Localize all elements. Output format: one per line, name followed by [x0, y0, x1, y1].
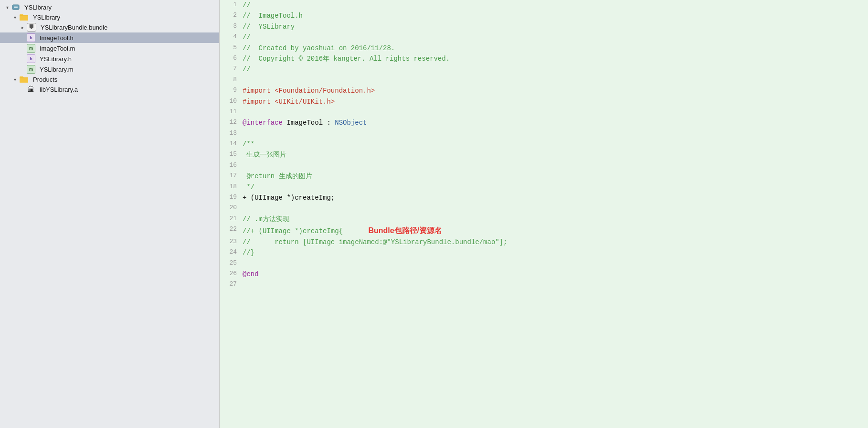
- sidebar-item-yslibrary-m[interactable]: mYSLibrary.m: [0, 64, 219, 75]
- line-number-21: 21: [220, 214, 243, 225]
- line-content-13: [243, 128, 868, 139]
- sidebar-item-lib[interactable]: 🏛libYSLibrary.a: [0, 84, 219, 95]
- line-number-9: 9: [220, 86, 243, 96]
- file-icon-folder-yslibrary: [19, 13, 29, 21]
- file-icon-folder-products: [19, 75, 29, 83]
- line-content-19: + (UIImage *)createImg;: [243, 193, 868, 203]
- line-number-15: 15: [220, 150, 243, 160]
- token: //}: [243, 249, 254, 257]
- file-label-bundle: YSLibraryBundle.bundle: [41, 24, 107, 31]
- token: // Created by yaoshuai on 2016/11/28.: [243, 44, 395, 52]
- code-line-21: 21// .m方法实现: [220, 214, 868, 225]
- sidebar-item-imagetool-m[interactable]: mImageTool.m: [0, 43, 219, 54]
- tree-arrow-folder-products[interactable]: [11, 77, 18, 82]
- code-line-17: 17 @return 生成的图片: [220, 171, 868, 182]
- file-label-folder-yslibrary: YSLibrary: [33, 14, 60, 21]
- file-icon-yslibrary-h: h: [27, 54, 35, 63]
- code-line-22: 22//+ (UIImage *)createImg{ Bundle包路径/资源…: [220, 225, 868, 237]
- line-content-4: //: [243, 32, 868, 43]
- line-content-9: #import <Foundation/Foundation.h>: [243, 86, 868, 96]
- line-number-11: 11: [220, 107, 243, 118]
- code-line-10: 10#import <UIKit/UIKit.h>: [220, 96, 868, 107]
- line-number-12: 12: [220, 118, 243, 128]
- token: // YSLibrary: [243, 23, 295, 31]
- code-line-24: 24//}: [220, 247, 868, 258]
- token: /**: [243, 140, 254, 148]
- file-tree: YSLibraryYSLibrary⛊YSLibraryBundle.bundl…: [0, 0, 220, 428]
- line-content-18: */: [243, 182, 868, 193]
- file-label-lib: libYSLibrary.a: [40, 86, 78, 93]
- file-label-root: YSLibrary: [24, 4, 52, 11]
- line-content-7: //: [243, 64, 868, 75]
- sidebar-item-imagetool-h[interactable]: hImageTool.h: [0, 32, 219, 43]
- code-line-19: 19+ (UIImage *)createImg;: [220, 193, 868, 203]
- token: // ImageTool.h: [243, 12, 303, 20]
- line-content-3: // YSLibrary: [243, 21, 868, 32]
- token: @end: [243, 270, 259, 278]
- token: @interface: [243, 119, 283, 127]
- line-number-3: 3: [220, 21, 243, 32]
- token: //: [243, 65, 251, 73]
- code-line-23: 23// return [UIImage imageNamed:@"YSLibr…: [220, 237, 868, 247]
- code-line-26: 26@end: [220, 269, 868, 279]
- file-label-yslibrary-m: YSLibrary.m: [40, 66, 74, 73]
- code-line-14: 14/**: [220, 139, 868, 150]
- token: NSObject: [335, 119, 367, 127]
- line-content-21: // .m方法实现: [243, 214, 868, 225]
- line-content-1: //: [243, 0, 868, 11]
- line-content-11: [243, 107, 868, 118]
- line-number-26: 26: [220, 269, 243, 279]
- token: // .m方法实现: [243, 215, 289, 223]
- line-content-8: [243, 75, 868, 86]
- sidebar-item-bundle[interactable]: ⛊YSLibraryBundle.bundle: [0, 22, 219, 32]
- token: ImageTool :: [283, 119, 335, 127]
- code-line-13: 13: [220, 128, 868, 139]
- token: #import <UIKit/UIKit.h>: [243, 98, 335, 106]
- sidebar-item-yslibrary-h[interactable]: hYSLibrary.h: [0, 54, 219, 64]
- line-number-4: 4: [220, 32, 243, 43]
- line-content-22: //+ (UIImage *)createImg{ Bundle包路径/资源名: [243, 225, 868, 237]
- code-line-7: 7//: [220, 64, 868, 75]
- token: // Copyright © 2016年 kangter. All rights…: [243, 55, 450, 63]
- line-content-26: @end: [243, 269, 868, 279]
- line-content-23: // return [UIImage imageNamed:@"YSLibrar…: [243, 237, 868, 247]
- file-label-yslibrary-h: YSLibrary.h: [40, 55, 72, 63]
- code-line-4: 4//: [220, 32, 868, 43]
- line-content-14: /**: [243, 139, 868, 150]
- line-content-2: // ImageTool.h: [243, 11, 868, 21]
- line-content-6: // Copyright © 2016年 kangter. All rights…: [243, 54, 868, 64]
- tree-arrow-root[interactable]: [4, 5, 11, 10]
- code-line-3: 3// YSLibrary: [220, 21, 868, 32]
- line-number-13: 13: [220, 128, 243, 139]
- code-line-18: 18 */: [220, 182, 868, 193]
- code-line-8: 8: [220, 75, 868, 86]
- sidebar-item-folder-products[interactable]: Products: [0, 75, 219, 84]
- line-number-17: 17: [220, 171, 243, 182]
- code-line-27: 27: [220, 279, 868, 290]
- token: //+ (UIImage *)createImg{: [243, 227, 343, 235]
- code-table: 1//2// ImageTool.h3// YSLibrary4//5// Cr…: [220, 0, 868, 290]
- svg-rect-1: [14, 6, 18, 7]
- file-icon-yslibrary-m: m: [27, 65, 35, 74]
- file-label-imagetool-m: ImageTool.m: [40, 45, 75, 52]
- line-content-25: [243, 258, 868, 269]
- line-number-19: 19: [220, 193, 243, 203]
- line-content-16: [243, 160, 868, 171]
- line-number-23: 23: [220, 237, 243, 247]
- sidebar-item-folder-yslibrary[interactable]: YSLibrary: [0, 12, 219, 22]
- line-content-20: [243, 203, 868, 214]
- token: 生成一张图片: [243, 151, 286, 159]
- line-content-10: #import <UIKit/UIKit.h>: [243, 96, 868, 107]
- line-number-20: 20: [220, 203, 243, 214]
- tree-arrow-bundle[interactable]: [19, 25, 26, 30]
- code-line-2: 2// ImageTool.h: [220, 11, 868, 21]
- line-number-14: 14: [220, 139, 243, 150]
- file-icon-bundle: ⛊: [27, 23, 36, 32]
- token: + (UIImage *)createImg;: [243, 194, 335, 202]
- code-line-5: 5// Created by yaoshuai on 2016/11/28.: [220, 43, 868, 54]
- token: //: [243, 1, 251, 9]
- file-icon-root: [11, 3, 20, 11]
- line-number-25: 25: [220, 258, 243, 269]
- tree-arrow-folder-yslibrary[interactable]: [11, 15, 18, 20]
- sidebar-item-root[interactable]: YSLibrary: [0, 2, 219, 12]
